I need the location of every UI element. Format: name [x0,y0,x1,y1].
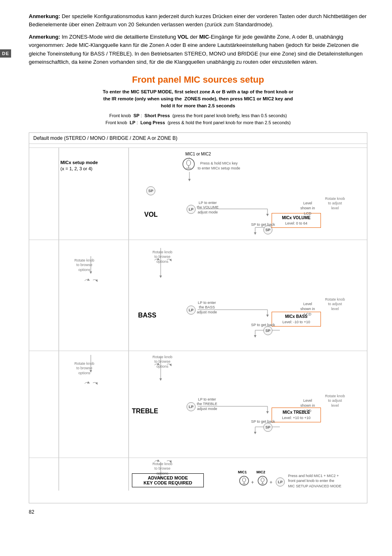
sp-back-vol-label: SP to get back [251,222,275,227]
rotate-browse-left-2: Rotate knob to browse options [74,361,95,376]
plus-sign-2: + [270,480,272,485]
rotate-browse-left-1: Rotate knob to browse options [74,258,95,273]
treble-label: TREBLE [132,408,158,415]
rotate-adjust-treble: Rotate knob to adjust level [325,394,345,408]
level-shown-lcd-treble: Level shown in LCD [300,398,315,414]
lp-badge-vol: LP [187,205,196,214]
level-shown-lcd-vol: Level shown in LCD [300,201,315,216]
press-hold-advanced-label: Press and hold MIC1 + MIC2 + front panel… [288,473,341,489]
mic1-circle [239,475,249,487]
intro-para2: Anmerkung: Im ZONES-Mode wird die detail… [29,33,367,66]
sp-badge-top: SP [146,186,155,195]
lp-treble-label: LP to enter the TREBLE adjust mode [197,397,217,412]
mic2-circle [257,475,268,487]
lp-bass-label: LP to enter the BASS adjust mode [197,301,217,315]
mic2-label: MIC2 [256,470,265,474]
plus-sign-1: + [251,480,254,485]
bass-label: BASS [138,312,156,319]
rotate-browse-vol: Rotate knob to browse options [152,250,173,264]
legend: Front knob SP : Short Press (press the f… [29,112,367,127]
lp-badge-advanced: LP [276,477,285,486]
level-shown-lcd-bass: Level shown in LCD [300,301,315,317]
vol-label: VOL [144,211,158,218]
sp-back-treble-label: SP to get back [251,419,275,424]
lp-badge-treble: LP [187,402,196,411]
diagram-outer: Default mode (STEREO / MONO / BRIDGE / Z… [29,132,367,503]
mic1-label: MIC1 [238,470,247,474]
lp-vol-label: LP to enter the VOLUME adjust mode [197,201,219,215]
diagram-inner: Default mode (STEREO / MONO / BRIDGE / Z… [29,133,367,503]
section-subtitle: To enter the MIC SETUP MODE, first selec… [29,88,367,110]
de-badge: DE [0,49,11,58]
intro-para1: Anmerkung: Der spezielle Konfigurationsm… [29,12,367,29]
press-hold-micx-label: Press & hold MICx key to enter MICx setu… [198,161,240,171]
advanced-mode-box: ADVANCED MODE KEY CODE REQUIRED [132,473,204,487]
mic1-or-mic2-label: MIC1 or MIC2 [185,151,211,157]
section-title: Front panel MIC sources setup [29,74,367,85]
rotate-browse-bass: Rotate knob to browse options [152,355,173,369]
rotate-adjust-vol: Rotate knob to adjust level [325,197,345,211]
rotate-adjust-bass: Rotate knob to adjust level [325,297,345,312]
page-number: 82 [29,509,367,515]
sp-back-bass-label: SP to get back [251,323,275,328]
default-mode-row: Default mode (STEREO / MONO / BRIDGE / Z… [29,133,367,144]
mic-knob-icon [182,158,195,172]
lp-badge-bass: LP [187,306,196,315]
page-wrapper: DE Anmerkung: Der spezielle Konfiguratio… [0,0,392,527]
micx-setup-label: MICx setup mode (x = 1, 2, 3 or 4) [60,160,98,172]
